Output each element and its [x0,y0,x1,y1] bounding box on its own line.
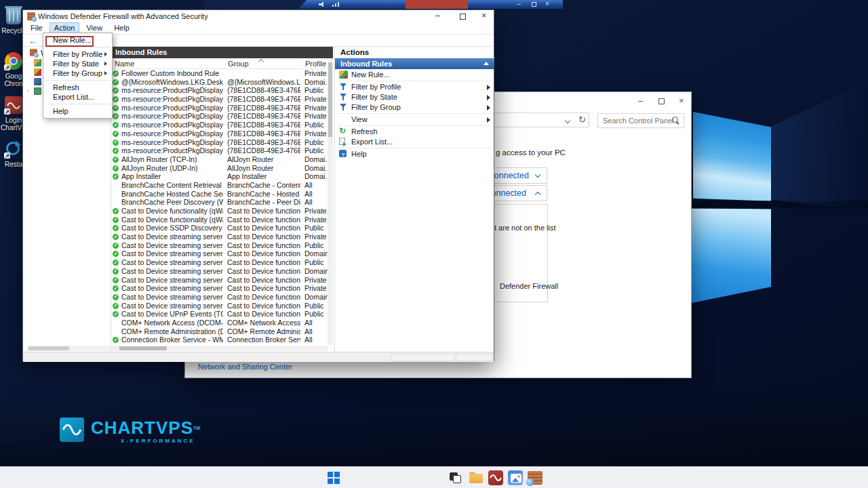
network-sharing-center-link[interactable]: Network and Sharing Center [198,363,292,371]
action-menu-item[interactable]: Refresh [43,83,112,92]
rule-row[interactable]: @{MicrosoftWindows.LKG.DesktopSpotli... … [111,78,328,87]
connection-security-rules-icon[interactable] [34,78,41,85]
rule-row[interactable]: Cast to Device functionality (qWave-UDP.… [111,216,328,224]
pin-icon[interactable] [319,2,324,7]
rule-row[interactable]: Cast to Device streaming server (RTCP-St… [111,276,328,285]
rdp-minimize-button[interactable]: – [517,0,521,9]
actions-pane-item[interactable]: Filter by Profile [335,82,494,92]
chevron-down-icon[interactable] [565,118,570,123]
fw-minimize-button[interactable]: – [435,12,440,20]
actions-pane-item[interactable]: Export List... [335,137,494,147]
rule-row[interactable]: ms-resource:ProductPkgDisplayName {78E1C… [111,146,328,155]
actions-pane-item[interactable]: Filter by Group [335,102,494,113]
rule-row[interactable]: Connection Broker Service - WMI (DCO... … [111,336,328,344]
separator [338,81,492,81]
rule-row[interactable]: Follower Custom Inbound Rule Private [111,69,328,78]
rule-row[interactable]: Cast to Device streaming server (HTTP-St… [111,241,328,250]
cp-close-button[interactable]: × [679,96,684,106]
windows-logo-icon [328,472,340,484]
fw-close-button[interactable]: × [481,12,486,20]
horizontal-scrollbar[interactable] [111,346,328,351]
rule-row[interactable]: BranchCache Content Retrieval (HTTP-In) … [111,181,328,190]
action-item-icon [339,115,348,123]
rule-row[interactable]: Cast to Device UPnP Events (TCP-In) Cast… [111,310,328,319]
photos-app-button[interactable] [507,470,524,486]
file-explorer-button[interactable] [468,470,484,486]
rdp-connection-bar[interactable]: – × [298,0,563,9]
submenu-arrow-icon [487,117,490,123]
fw-maximize-button[interactable] [460,14,466,20]
rule-row[interactable]: Cast to Device streaming server (HTTP-St… [111,249,328,258]
rule-row[interactable]: ms-resource:ProductPkgDisplayName {78E1C… [111,121,328,129]
rule-row[interactable]: App Installer App Installer Domai... [111,172,328,181]
menu-help[interactable]: Help [109,22,134,34]
actions-group-header[interactable]: Inbound Rules [335,58,494,69]
refresh-icon[interactable]: ↻ [578,115,586,125]
rule-row[interactable]: Cast to Device streaming server (RTSP-St… [111,293,328,302]
rule-row[interactable]: ms-resource:ProductPkgDisplayName {78E1C… [111,129,328,138]
rule-group: {78E1CD88-49E3-476E-B926-... [227,129,300,138]
rule-row[interactable]: BranchCache Hosted Cache Server (HTT... … [111,190,328,199]
cp-minimize-button[interactable]: – [638,96,643,106]
chartvps-app-button[interactable] [488,470,504,486]
action-menu-item[interactable]: Filter by Group [43,68,112,78]
submenu-arrow-icon [487,105,490,110]
firewall-app-button[interactable] [527,470,543,486]
rule-name: ms-resource:ProductPkgDisplayName [121,121,223,129]
action-menu-item[interactable]: Help [43,106,112,116]
rdp-restore-button[interactable] [532,2,536,7]
rule-name: ms-resource:ProductPkgDisplayName [121,104,223,113]
actions-pane-item[interactable]: Help [335,149,494,159]
collapse-arrow-icon[interactable] [484,62,489,65]
action-menu-item[interactable]: Filter by State [43,59,112,68]
rule-row[interactable]: ms-resource:ProductPkgDisplayName {78E1C… [111,95,328,104]
rule-profile: All [304,319,328,327]
rule-row[interactable]: Cast to Device streaming server (RTCP-St… [111,258,328,267]
task-view-button[interactable] [448,470,464,486]
rule-enabled-icon [113,208,119,214]
column-name[interactable]: Name [111,60,224,69]
actions-pane-item[interactable]: Filter by State [335,92,494,102]
fw-title-bar[interactable]: Windows Defender Firewall with Advanced … [23,10,494,22]
rule-row[interactable]: BranchCache Peer Discovery (WSD-In) Bran… [111,198,328,207]
chartvps-icon [488,470,503,485]
tree-horizontal-scrollbar[interactable] [27,346,110,351]
rule-row[interactable]: Cast to Device streaming server (HTTP-St… [111,232,328,241]
rule-group: Cast to Device functionality [227,241,300,250]
rule-profile: Domai... [304,78,328,87]
rule-row[interactable]: Cast to Device functionality (qWave-TCP.… [111,207,328,216]
rule-row[interactable]: Cast to Device streaming server (RTSP-St… [111,302,328,310]
actions-pane-item[interactable]: View [335,115,494,125]
action-menu-item[interactable]: Filter by Profile [43,49,112,59]
column-profile[interactable]: Profile [302,60,328,69]
rule-row[interactable]: ms-resource:ProductPkgDisplayName {78E1C… [111,138,328,147]
start-button[interactable] [326,470,342,486]
rule-row[interactable]: Cast to Device streaming server (RTSP-St… [111,284,328,293]
rule-row[interactable]: Cast to Device SSDP Discovery (UDP-In) C… [111,224,328,232]
back-arrow-icon[interactable]: ← [28,35,38,46]
rule-row[interactable]: ms-resource:ProductPkgDisplayName {78E1C… [111,86,328,95]
rule-row[interactable]: Cast to Device streaming server (RTCP-St… [111,267,328,276]
vertical-scrollbar[interactable] [328,58,333,345]
rule-enabled-icon [113,285,119,291]
rule-group: App Installer [227,172,300,181]
search-icon[interactable] [672,117,680,125]
inbound-rules-icon[interactable] [34,59,41,66]
rule-row[interactable]: ms-resource:ProductPkgDisplayName {78E1C… [111,112,328,121]
rule-row[interactable]: COM+ Network Access (DCOM-In) COM+ Netwo… [111,319,328,327]
monitoring-icon[interactable] [34,87,41,95]
rule-row[interactable]: ms-resource:ProductPkgDisplayName {78E1C… [111,104,328,113]
rdp-close-button[interactable]: × [545,0,549,9]
outbound-rules-icon[interactable] [34,68,41,76]
actions-pane-item[interactable]: New Rule... [335,70,494,80]
actions-pane-item[interactable]: Refresh [335,127,494,137]
rule-profile: Private [304,276,328,285]
cp-search-input[interactable]: Search Control Panel [597,113,684,128]
rule-row[interactable]: AllJoyn Router (TCP-In) AllJoyn Router D… [111,155,328,164]
separator [45,47,111,47]
tree-expander-icon[interactable]: › [27,87,29,94]
action-menu-item[interactable]: Export List... [43,92,112,102]
cp-maximize-button[interactable] [658,98,665,104]
rule-row[interactable]: AllJoyn Router (UDP-In) AllJoyn Router D… [111,164,328,173]
rule-row[interactable]: COM+ Remote Administration (DCOM-In) COM… [111,327,328,336]
